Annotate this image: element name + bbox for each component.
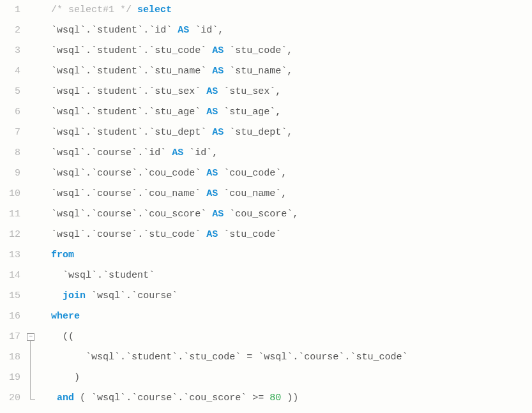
code-line[interactable]: /* select#1 */ select: [40, 0, 532, 20]
code-line[interactable]: `wsql`.`student`.`stu_code` = `wsql`.`co…: [40, 347, 532, 368]
line-number: 6: [0, 102, 20, 123]
fold-column: −: [27, 0, 38, 409]
keyword-select: select: [137, 4, 172, 15]
line-number: 14: [0, 266, 20, 286]
keyword-from: from: [51, 250, 74, 260]
code-line[interactable]: `wsql`.`course`.`cou_code` AS `cou_code`…: [40, 163, 532, 184]
code-line[interactable]: from: [40, 245, 532, 266]
code-line[interactable]: `wsql`.`course`.`id` AS `id`,: [40, 143, 532, 163]
line-number: 5: [0, 82, 20, 102]
line-number: 17: [0, 327, 20, 347]
literal-number: 80: [270, 393, 281, 403]
line-number: 3: [0, 41, 20, 61]
line-number: 19: [0, 368, 20, 388]
line-number: 20: [0, 388, 20, 409]
fold-toggle-icon[interactable]: −: [27, 333, 34, 341]
line-number: 13: [0, 245, 20, 266]
line-number: 1: [0, 0, 20, 20]
code-line[interactable]: ((: [40, 327, 532, 347]
line-number: 15: [0, 286, 20, 306]
line-number: 2: [0, 20, 20, 41]
line-number: 7: [0, 123, 20, 143]
keyword-join: join: [63, 290, 86, 301]
line-number: 18: [0, 347, 20, 368]
code-line[interactable]: `wsql`.`course`.`cou_score` AS `cou_scor…: [40, 204, 532, 225]
code-line[interactable]: and ( `wsql`.`course`.`cou_score` >= 80 …: [40, 388, 532, 409]
fold-guide-line: [30, 341, 31, 400]
line-number-gutter: 1 2 3 4 5 6 7 8 9 10 11 12 13 14 15 16 1…: [0, 0, 27, 409]
code-line[interactable]: `wsql`.`course`.`cou_name` AS `cou_name`…: [40, 184, 532, 204]
keyword-where: where: [51, 311, 80, 322]
fold-guide-end: [30, 399, 35, 400]
code-line[interactable]: `wsql`.`student`.`stu_name` AS `stu_name…: [40, 61, 532, 82]
keyword-and: and: [57, 393, 74, 403]
code-line[interactable]: `wsql`.`student`.`stu_age` AS `stu_age`,: [40, 102, 532, 123]
line-number: 4: [0, 61, 20, 82]
code-line[interactable]: `wsql`.`student`: [40, 266, 532, 286]
line-number: 11: [0, 204, 20, 225]
code-line[interactable]: `wsql`.`course`.`stu_code` AS `stu_code`: [40, 225, 532, 245]
sql-comment: /* select#1 */: [51, 4, 132, 15]
line-number: 9: [0, 163, 20, 184]
code-area[interactable]: /* select#1 */ select `wsql`.`student`.`…: [38, 0, 532, 409]
code-line[interactable]: where: [40, 306, 532, 327]
line-number: 10: [0, 184, 20, 204]
code-line[interactable]: `wsql`.`student`.`id` AS `id`,: [40, 20, 532, 41]
code-line[interactable]: ): [40, 368, 532, 388]
code-line[interactable]: `wsql`.`student`.`stu_sex` AS `stu_sex`,: [40, 82, 532, 102]
code-editor[interactable]: 1 2 3 4 5 6 7 8 9 10 11 12 13 14 15 16 1…: [0, 0, 532, 409]
code-line[interactable]: join `wsql`.`course`: [40, 286, 532, 306]
line-number: 8: [0, 143, 20, 163]
line-number: 16: [0, 306, 20, 327]
code-line[interactable]: `wsql`.`student`.`stu_code` AS `stu_code…: [40, 41, 532, 61]
line-number: 12: [0, 225, 20, 245]
code-line[interactable]: `wsql`.`student`.`stu_dept` AS `stu_dept…: [40, 123, 532, 143]
